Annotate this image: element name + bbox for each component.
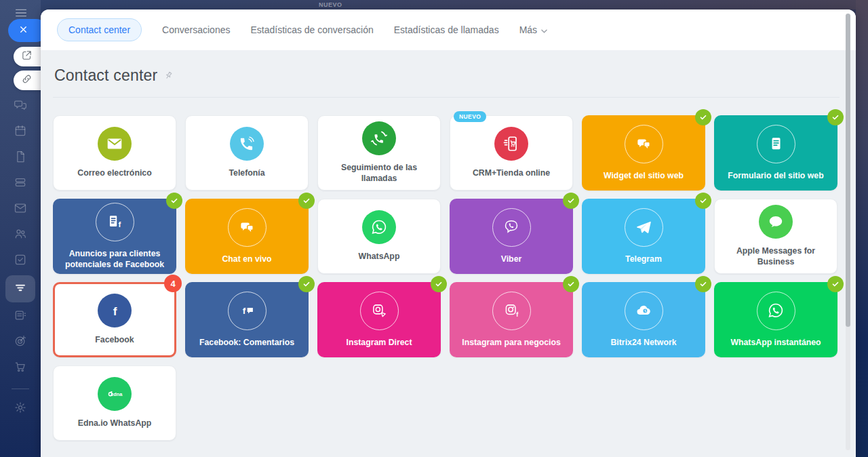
telephony-icon xyxy=(230,127,264,161)
users-icon xyxy=(14,227,27,243)
notification-count-badge: 4 xyxy=(164,275,182,292)
tab-bar: Contact centerConversacionesEstadísticas… xyxy=(41,9,856,50)
connected-check-icon xyxy=(695,109,711,125)
tile-label: Apple Messages for Business xyxy=(715,246,837,268)
tile-label: Facebook xyxy=(90,335,139,346)
tile-label: Correo electrónico xyxy=(72,168,157,179)
tile-label: Telefonía xyxy=(223,168,270,179)
tile-telegram[interactable]: Telegram xyxy=(582,199,705,274)
page-title: Contact center xyxy=(54,66,157,85)
sidebar-item-settings[interactable] xyxy=(0,396,41,422)
chats-icon xyxy=(14,98,27,115)
edna-icon: edna xyxy=(98,377,132,411)
sidebar-divider xyxy=(0,381,41,396)
mail-icon xyxy=(14,201,27,218)
tile-facebook[interactable]: fFacebook4 xyxy=(53,282,176,357)
svg-text:f: f xyxy=(516,311,519,318)
tile-widget-del-sitio-web[interactable]: Widget del sitio web xyxy=(582,115,705,191)
sidebar-item-feed[interactable] xyxy=(0,304,41,330)
connected-check-icon xyxy=(827,276,844,292)
tab-conversaciones[interactable]: Conversaciones xyxy=(162,24,230,35)
telegram-icon xyxy=(625,208,663,247)
sidebar-item-users[interactable] xyxy=(0,222,41,248)
webform-icon xyxy=(757,125,795,163)
calendar-icon xyxy=(14,124,27,140)
tile-chat-en-vivo[interactable]: Chat en vivo xyxy=(185,199,309,274)
connected-check-icon xyxy=(695,276,711,292)
feed-icon xyxy=(14,309,27,325)
tab-more[interactable]: Más xyxy=(519,24,547,35)
tile-label: Telegram xyxy=(620,254,667,265)
tile-edna-io-whatsapp[interactable]: ednaEdna.io WhatsApp xyxy=(53,365,176,441)
tile-bitrix24-network[interactable]: Bitrix24 Network xyxy=(582,282,705,357)
settings-icon xyxy=(14,401,27,417)
tile-seguimiento-de-las-llamadas[interactable]: Seguimiento de las llamadas xyxy=(317,115,441,191)
whatsapp-ring-icon xyxy=(757,292,795,330)
tab-contact-center[interactable]: Contact center xyxy=(57,18,142,41)
hamburger-icon[interactable] xyxy=(14,5,28,18)
tab-estad-sticas-de-llamadas[interactable]: Estadísticas de llamadas xyxy=(394,24,499,35)
tile-grid: Correo electrónicoTelefoníaSeguimiento d… xyxy=(53,115,840,441)
content-divider xyxy=(53,97,840,98)
connected-check-icon xyxy=(563,276,579,292)
tile-label: WhatsApp instantáneo xyxy=(725,338,826,349)
facebook-icon: f xyxy=(98,294,132,327)
tile-formulario-del-sitio-web[interactable]: Formulario del sitio web xyxy=(714,115,837,191)
background-top-strip: NUEVO xyxy=(41,0,856,9)
instagram-business-icon: f xyxy=(492,292,531,330)
tile-instagram-para-negocios[interactable]: fInstagram para negocios xyxy=(450,282,573,357)
chat-widget-icon xyxy=(625,125,663,163)
tile-apple-messages-for-business[interactable]: Apple Messages for Business xyxy=(714,199,837,274)
scrollbar-thumb[interactable] xyxy=(846,14,850,327)
chevron-down-icon xyxy=(541,24,547,35)
svg-text:f: f xyxy=(118,220,121,228)
close-icon xyxy=(18,24,28,37)
svg-text:edna: edna xyxy=(111,391,123,397)
tile-label: Viber xyxy=(496,254,528,265)
instagram-direct-icon xyxy=(360,292,399,330)
facebook-leads-icon: f xyxy=(96,203,134,241)
background-peek-text: NUEVO xyxy=(319,1,342,8)
tile-instagram-direct[interactable]: Instagram Direct xyxy=(317,282,441,357)
tile-viber[interactable]: Viber xyxy=(450,199,573,274)
contact-center-slider: Contact centerConversacionesEstadísticas… xyxy=(41,9,856,457)
sidebar-item-drive[interactable] xyxy=(0,171,41,197)
tile-correo-electr-nico[interactable]: Correo electrónico xyxy=(53,115,176,191)
marketing-icon xyxy=(14,334,27,351)
tile-anuncios-para-clientes-potenciales-de-facebook[interactable]: fAnuncios para clientes potenciales de F… xyxy=(53,199,176,274)
more-label: Más xyxy=(519,24,537,35)
tile-whatsapp-instant-neo[interactable]: WhatsApp instantáneo xyxy=(714,282,837,357)
tile-telefon-a[interactable]: Telefonía xyxy=(185,115,309,191)
tile-facebook-comentarios[interactable]: fFacebook: Comentarios xyxy=(185,282,309,357)
tile-label: WhatsApp xyxy=(353,252,406,262)
connected-check-icon xyxy=(431,276,447,292)
tile-label: Seguimiento de las llamadas xyxy=(318,163,440,184)
tile-label: Edna.io WhatsApp xyxy=(73,418,157,429)
sidebar-item-marketing[interactable] xyxy=(0,330,41,355)
call-tracker-icon xyxy=(362,121,396,155)
sidebar-item-documents[interactable] xyxy=(0,145,41,171)
pin-icon[interactable] xyxy=(163,71,174,83)
sidebar-item-store[interactable] xyxy=(0,355,41,381)
crm-icon xyxy=(13,280,28,298)
tile-label: Widget del sitio web xyxy=(598,171,689,182)
svg-text:f: f xyxy=(243,306,246,316)
sidebar-item-chats[interactable] xyxy=(0,94,41,119)
svg-text:f: f xyxy=(113,304,117,318)
connected-check-icon xyxy=(695,193,711,209)
sidebar-menu xyxy=(0,94,41,422)
tile-label: Chat en vivo xyxy=(216,254,277,265)
email-icon xyxy=(98,127,132,161)
sidebar xyxy=(0,0,41,457)
viber-icon xyxy=(492,208,531,247)
connected-check-icon xyxy=(563,193,579,209)
sidebar-item-crm[interactable] xyxy=(0,274,41,304)
tile-label: Anuncios para clientes potenciales de Fa… xyxy=(53,249,176,271)
chat-widget-icon xyxy=(228,208,267,247)
tile-crm-tienda-online[interactable]: CRM+Tienda onlineNUEVO xyxy=(450,115,573,191)
tab-estad-sticas-de-conversaci-n[interactable]: Estadísticas de conversación xyxy=(250,24,373,35)
tile-whatsapp[interactable]: WhatsApp xyxy=(317,199,441,274)
sidebar-item-tasks[interactable] xyxy=(0,248,41,274)
sidebar-item-mail[interactable] xyxy=(0,197,41,222)
sidebar-item-calendar[interactable] xyxy=(0,119,41,145)
